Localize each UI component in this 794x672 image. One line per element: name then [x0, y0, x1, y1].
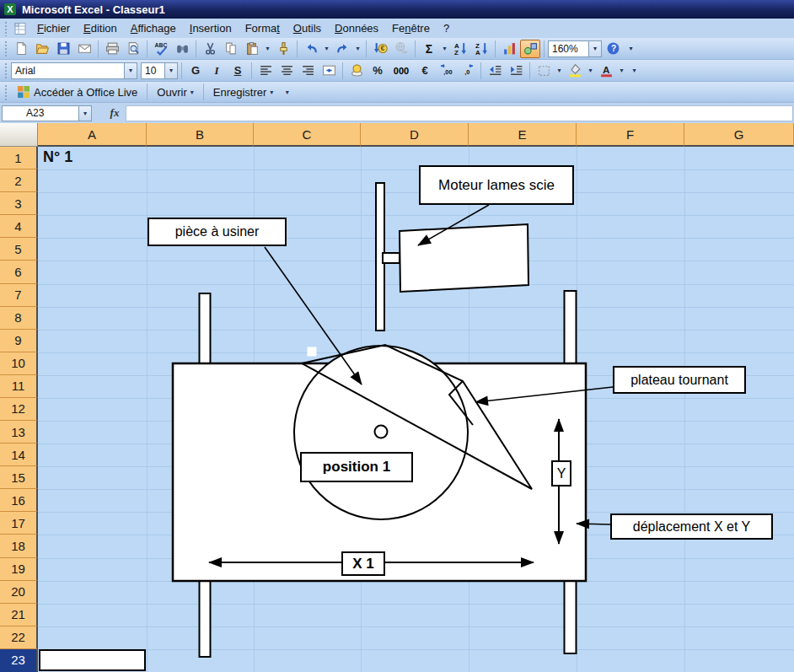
fill-color-icon[interactable]: [565, 62, 585, 80]
increase-decimal-icon[interactable]: ,00: [436, 62, 456, 80]
bold-button[interactable]: G: [185, 62, 206, 80]
toolbar-grip[interactable]: [3, 40, 8, 57]
hyperlink-icon[interactable]: [391, 40, 411, 58]
row-header-16[interactable]: 16: [0, 489, 38, 512]
chart-wizard-icon[interactable]: [499, 40, 519, 58]
font-size-dropdown[interactable]: ▾: [164, 63, 177, 78]
euro-convert-icon[interactable]: €: [370, 40, 390, 58]
row-header-6[interactable]: 6: [0, 261, 38, 283]
decrease-decimal-icon[interactable]: ,0: [457, 62, 477, 80]
decrease-indent-icon[interactable]: [485, 62, 505, 80]
increase-indent-icon[interactable]: [506, 62, 526, 80]
align-right-icon[interactable]: [298, 62, 318, 80]
toolbar-options-button[interactable]: ▾: [282, 83, 292, 101]
label-deplacement-x-y[interactable]: déplacement X et Y: [610, 513, 773, 540]
label-piece-a-usiner[interactable]: pièce à usiner: [148, 218, 287, 246]
sort-descending-icon[interactable]: ZA: [471, 40, 491, 58]
label-x1[interactable]: X 1: [341, 551, 385, 576]
open-live-button[interactable]: Ouvrir▾: [151, 84, 199, 100]
row-header-21[interactable]: 21: [0, 604, 38, 626]
undo-icon[interactable]: [301, 40, 321, 58]
toolbar-grip[interactable]: [3, 20, 8, 36]
euro-button[interactable]: €: [415, 62, 435, 80]
menu-edition[interactable]: Edition: [77, 19, 124, 37]
row-header-2[interactable]: 2: [0, 169, 38, 192]
zoom-dropdown[interactable]: ▾: [588, 41, 601, 56]
font-color-dropdown[interactable]: ▾: [617, 62, 626, 80]
save-live-button[interactable]: Enregistrer▾: [207, 84, 280, 100]
help-icon[interactable]: ?: [603, 40, 623, 58]
column-header-A[interactable]: A: [38, 123, 147, 147]
row-header-17[interactable]: 17: [0, 512, 38, 535]
label-plateau-tournant[interactable]: plateau tournant: [613, 366, 746, 394]
column-header-G[interactable]: G: [684, 123, 794, 147]
row-header-20[interactable]: 20: [0, 581, 38, 604]
row-header-1[interactable]: 1: [0, 147, 38, 169]
print-icon[interactable]: [102, 40, 122, 58]
menu-outils[interactable]: Outils: [287, 19, 328, 37]
autosum-dropdown[interactable]: ▾: [440, 40, 449, 58]
column-header-C[interactable]: C: [254, 123, 361, 147]
insert-function-icon[interactable]: fx: [104, 105, 126, 121]
column-header-F[interactable]: F: [577, 123, 684, 147]
research-icon[interactable]: [172, 40, 192, 58]
currency-icon[interactable]: [346, 62, 367, 80]
thousands-button[interactable]: 000: [389, 62, 414, 80]
workbook-icon[interactable]: [13, 22, 27, 35]
label-position-1[interactable]: position 1: [300, 452, 413, 482]
row-header-12[interactable]: 12: [0, 398, 38, 421]
fill-color-dropdown[interactable]: ▾: [586, 62, 595, 80]
menu-?[interactable]: ?: [437, 19, 456, 37]
toolbar-grip[interactable]: [3, 62, 8, 79]
percent-button[interactable]: %: [367, 62, 388, 80]
borders-icon[interactable]: [534, 62, 554, 80]
row-header-3[interactable]: 3: [0, 192, 38, 215]
zoom-select[interactable]: 160% ▾: [548, 40, 602, 57]
open-icon[interactable]: [32, 40, 52, 58]
save-icon[interactable]: [53, 40, 73, 58]
row-header-5[interactable]: 5: [0, 238, 38, 261]
column-header-E[interactable]: E: [469, 123, 577, 147]
row-header-19[interactable]: 19: [0, 558, 38, 581]
drawing-icon[interactable]: [520, 40, 540, 58]
font-select[interactable]: Arial ▾: [11, 62, 137, 79]
autosum-icon[interactable]: Σ: [419, 40, 439, 58]
row-header-23[interactable]: 23: [0, 649, 38, 672]
name-box[interactable]: A23: [2, 105, 79, 121]
menu-fentre[interactable]: Fenêtre: [385, 19, 437, 37]
label-moteur-lames-scie[interactable]: Moteur lames scie: [419, 165, 574, 205]
menu-format[interactable]: Format: [239, 19, 287, 37]
font-color-icon[interactable]: A: [596, 62, 616, 80]
row-header-22[interactable]: 22: [0, 626, 38, 649]
spelling-icon[interactable]: ABC: [151, 40, 171, 58]
redo-dropdown[interactable]: ▾: [353, 40, 362, 58]
row-header-10[interactable]: 10: [0, 352, 38, 375]
paste-dropdown[interactable]: ▾: [263, 40, 272, 58]
column-header-D[interactable]: D: [361, 123, 469, 147]
row-header-7[interactable]: 7: [0, 284, 38, 307]
row-header-15[interactable]: 15: [0, 466, 38, 489]
menu-fichier[interactable]: Fichier: [30, 19, 77, 37]
sort-ascending-icon[interactable]: AZ: [450, 40, 470, 58]
copy-icon[interactable]: [221, 40, 241, 58]
undo-dropdown[interactable]: ▾: [322, 40, 331, 58]
row-header-13[interactable]: 13: [0, 421, 38, 444]
italic-button[interactable]: I: [207, 62, 227, 80]
formula-input[interactable]: [126, 105, 793, 121]
merge-center-icon[interactable]: [319, 62, 339, 80]
font-dropdown[interactable]: ▾: [124, 63, 137, 78]
mail-icon[interactable]: [74, 40, 94, 58]
borders-dropdown[interactable]: ▾: [555, 62, 564, 80]
toolbar-options-button[interactable]: ▾: [629, 62, 640, 80]
paste-icon[interactable]: [242, 40, 262, 58]
align-center-icon[interactable]: [276, 62, 297, 80]
redo-icon[interactable]: [332, 40, 352, 58]
row-header-4[interactable]: 4: [0, 215, 38, 238]
align-left-icon[interactable]: [255, 62, 276, 80]
menu-affichage[interactable]: Affichage: [124, 19, 183, 37]
worksheet[interactable]: ABCDEFG 12345678910111213141516171819202…: [0, 123, 794, 672]
cut-icon[interactable]: [200, 40, 220, 58]
underline-button[interactable]: S: [228, 62, 248, 80]
row-header-14[interactable]: 14: [0, 444, 38, 466]
toolbar-options-button[interactable]: ▾: [625, 40, 636, 58]
